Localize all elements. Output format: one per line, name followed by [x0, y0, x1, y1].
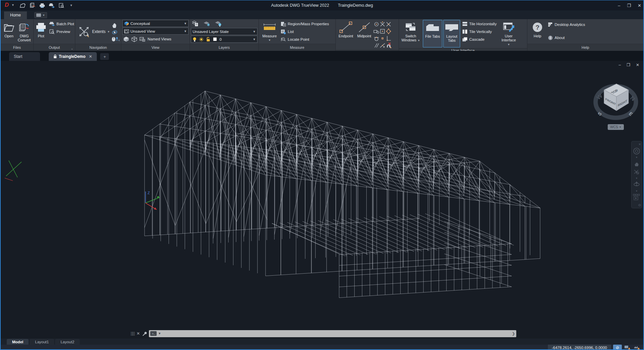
doc-close-icon[interactable]: ✕	[636, 63, 639, 67]
maximize-button[interactable]: ❐	[627, 3, 631, 8]
snap-tangent-icon[interactable]	[373, 35, 379, 42]
panel-label-view: View	[152, 45, 160, 49]
tile-horizontally-button[interactable]: Tile Horizontally	[462, 21, 496, 27]
snap-apparent-intersection-icon[interactable]	[386, 21, 392, 28]
list-button[interactable]: i List	[281, 28, 329, 35]
layer-color-swatch[interactable]	[213, 37, 217, 41]
ribbon-display-toggle[interactable]: ▼	[34, 12, 47, 18]
snap-extension-icon[interactable]	[373, 28, 379, 35]
graphics-performance-button[interactable]: !	[633, 345, 641, 350]
orbit-icon[interactable]	[111, 29, 119, 36]
open-icon[interactable]	[19, 2, 26, 9]
hardware-acceleration-button[interactable]: !	[624, 345, 631, 350]
output-dialog-launcher-icon[interactable]: ⌄	[71, 47, 73, 50]
navigation-wheel-icon[interactable]	[633, 148, 640, 154]
tile-vertically-button[interactable]: Tile Vertically	[462, 28, 496, 35]
file-tab-active-document[interactable]: TraingleDemo ✕	[49, 52, 97, 61]
view-state-dropdown[interactable]: Unsaved View▼	[122, 28, 189, 35]
named-views-label[interactable]: Named Views	[148, 37, 171, 41]
navbar-pan-icon[interactable]	[634, 161, 640, 167]
plot-printer-icon	[35, 21, 47, 34]
tab-layout2[interactable]: Layout2	[55, 339, 80, 345]
layer-freeze-icon[interactable]	[203, 21, 211, 27]
help-button[interactable]: ? Help	[530, 20, 545, 43]
desktop-analytics-button[interactable]: Desktop Analytics	[548, 21, 585, 28]
snap-intersection-icon[interactable]	[379, 21, 386, 28]
command-scroll-arrow-icon[interactable]: ❯	[512, 331, 515, 336]
dwg-convert-icon[interactable]	[29, 2, 36, 9]
mouse-zoom-icon[interactable]: ▼	[111, 36, 119, 42]
layer-on-bulb-icon[interactable]	[193, 37, 197, 42]
snap-midpoint-button[interactable]: Midpoint	[355, 20, 374, 49]
navbar-orbit-icon[interactable]	[633, 181, 640, 187]
dwg-convert-button[interactable]: DWG Convert	[17, 20, 32, 43]
snap-parallel-icon[interactable]	[373, 42, 379, 49]
faceted-cube-icon[interactable]	[131, 36, 137, 42]
measure-button[interactable]: Measure ▼	[260, 20, 279, 43]
command-history-arrow-icon[interactable]: ▼	[158, 332, 161, 335]
app-menu-arrow-icon[interactable]: ▼	[11, 3, 14, 7]
switch-windows-button[interactable]: Switch Windows ▼	[400, 20, 421, 47]
preview-button[interactable]: Preview	[49, 28, 74, 35]
file-tab-start[interactable]: Start	[9, 52, 40, 61]
snap-off-magnet-icon[interactable]	[386, 42, 392, 49]
wcs-dropdown[interactable]: WCS▼	[608, 124, 624, 130]
layer-state-dropdown[interactable]: Unsaved Layer State▼	[191, 28, 257, 35]
plot-icon[interactable]	[39, 2, 45, 9]
minimize-button[interactable]: –	[618, 3, 620, 8]
command-close-icon[interactable]: ✕	[136, 331, 140, 336]
about-button[interactable]: i About	[548, 34, 585, 41]
layer-dropdown[interactable]: 0 ▼	[191, 36, 257, 43]
isolate-objects-button[interactable]: ⊘	[613, 345, 622, 350]
preview-icon[interactable]	[58, 2, 65, 9]
tab-model[interactable]: Model	[7, 339, 29, 345]
cascade-button[interactable]: Cascade	[462, 36, 496, 43]
snap-quadrant-icon[interactable]	[386, 28, 392, 35]
navbar-zoom-icon[interactable]	[633, 169, 640, 175]
doc-restore-icon[interactable]: ❐	[627, 63, 630, 67]
snap-endpoint-button[interactable]: Endpoint	[337, 20, 355, 49]
publish-icon[interactable]	[48, 2, 55, 9]
navbar-showmotion-icon[interactable]	[633, 194, 640, 200]
snap-insertion-icon[interactable]	[379, 35, 386, 42]
snap-perpendicular-icon[interactable]	[386, 35, 392, 42]
open-button[interactable]: Open	[3, 20, 15, 43]
locate-point-button[interactable]: Locate Point	[281, 36, 329, 43]
snap-center-icon[interactable]	[373, 21, 379, 28]
qat-customize-arrow-icon[interactable]: ▼	[68, 2, 75, 9]
close-button[interactable]: ✕	[638, 3, 641, 8]
visual-style-dropdown[interactable]: Conceptual▼	[122, 20, 189, 27]
solid-cube-icon[interactable]	[123, 36, 129, 42]
open-folder-icon	[3, 21, 15, 34]
command-input[interactable]: >_ ▼ ❯	[149, 330, 516, 337]
ribbon-tab-row: Home ▼	[1, 10, 643, 19]
pan-icon[interactable]	[111, 22, 119, 29]
tab-layout1[interactable]: Layout1	[30, 339, 54, 345]
command-customize-wrench-icon[interactable]	[142, 331, 147, 336]
batch-plot-button[interactable]: Batch Plot	[49, 21, 74, 27]
wireframe-model[interactable]	[145, 91, 540, 298]
drawing-canvas[interactable]: Z W N S E TOP FRONT RIGHT –	[1, 61, 644, 339]
layer-unlock-icon[interactable]	[206, 37, 210, 42]
command-grip-handle[interactable]: ⣿⣿	[130, 331, 134, 336]
close-tab-icon[interactable]: ✕	[89, 54, 92, 59]
plot-button[interactable]: Plot	[35, 20, 47, 43]
snap-nearest-icon[interactable]	[379, 42, 386, 49]
snap-node-icon[interactable]	[379, 28, 386, 35]
doc-minimize-icon[interactable]: –	[618, 63, 621, 67]
navbar-collapse-icon[interactable]: ⊖	[638, 202, 641, 208]
region-mass-properties-button[interactable]: Region/Mass Properties	[281, 21, 329, 27]
file-tabs-toggle[interactable]: File Tabs	[423, 20, 442, 47]
new-tab-button[interactable]: +	[100, 53, 109, 60]
user-interface-button[interactable]: User Interface ▼	[499, 20, 518, 47]
viewcube[interactable]: W N S E TOP FRONT RIGHT	[595, 84, 636, 118]
app-logo-icon[interactable]: D	[5, 2, 9, 8]
zoom-extents-button[interactable]: Extents▼	[92, 28, 110, 35]
layer-thaw-sun-icon[interactable]	[199, 37, 204, 42]
named-views-icon[interactable]	[139, 37, 145, 42]
tab-home[interactable]: Home	[4, 11, 27, 19]
layer-properties-icon[interactable]	[192, 21, 199, 27]
layer-isolate-icon[interactable]	[215, 21, 222, 27]
navbar-close-icon[interactable]: ✕	[638, 143, 641, 146]
layout-tabs-toggle[interactable]: Layout Tabs	[443, 20, 460, 47]
